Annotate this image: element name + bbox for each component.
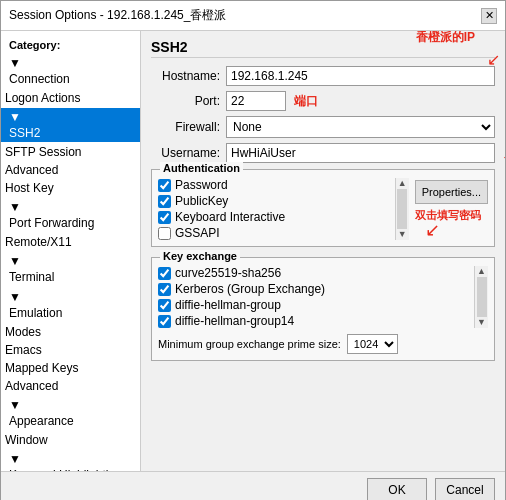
firewall-row: Firewall: None [151, 116, 495, 138]
kex-checkbox-diffie-group[interactable] [158, 299, 171, 312]
auth-group-title: Authentication [160, 162, 243, 174]
auth-scrollbar: ▲ ▼ [395, 178, 409, 240]
hostname-label: Hostname: [151, 69, 226, 83]
auth-list: Password PublicKey Keyboard Interactive [158, 178, 395, 240]
kex-label-curve25519: curve25519-sha256 [175, 266, 281, 280]
kex-label-kerberos: Kerberos (Group Exchange) [175, 282, 325, 296]
key-exchange-inner: curve25519-sha256 Kerberos (Group Exchan… [158, 266, 488, 328]
sidebar-item-host-key[interactable]: Host Key [1, 179, 140, 197]
auth-checkbox-keyboard[interactable] [158, 211, 171, 224]
port-label: Port: [151, 94, 226, 108]
annotation-username: 用户名 [504, 145, 505, 162]
auth-checkbox-gssapi[interactable] [158, 227, 171, 240]
right-panel: 香橙派的IP SSH2 Hostname: ↙ Port: 端口 [141, 31, 505, 471]
sidebar-item-terminal[interactable]: ▼Terminal [1, 251, 140, 287]
sidebar-item-appearance[interactable]: ▼Appearance [1, 395, 140, 431]
kex-item-curve25519[interactable]: curve25519-sha256 [158, 266, 474, 280]
sidebar-item-logon-actions[interactable]: Logon Actions [1, 89, 140, 107]
key-exchange-title: Key exchange [160, 250, 240, 262]
kex-checkbox-curve25519[interactable] [158, 267, 171, 280]
firewall-label: Firewall: [151, 120, 226, 134]
sidebar-item-mapped-keys[interactable]: Mapped Keys [1, 359, 140, 377]
auth-label-publickey: PublicKey [175, 194, 228, 208]
auth-item-password[interactable]: Password [158, 178, 395, 192]
kex-label-diffie-group14: diffie-hellman-group14 [175, 314, 294, 328]
session-options-dialog: Session Options - 192.168.1.245_香橙派 ✕ Ca… [0, 0, 506, 500]
annotation-port: 端口 [294, 93, 318, 110]
auth-group-inner: Password PublicKey Keyboard Interactive [158, 178, 488, 240]
kex-item-kerberos[interactable]: Kerberos (Group Exchange) [158, 282, 474, 296]
close-button[interactable]: ✕ [481, 8, 497, 24]
auth-label-gssapi: GSSAPI [175, 226, 220, 240]
dialog-body: Category: ▼Connection Logon Actions ▼SSH… [1, 31, 505, 471]
sidebar-item-port-forwarding[interactable]: ▼Port Forwarding [1, 197, 140, 233]
key-exchange-list: curve25519-sha256 Kerberos (Group Exchan… [158, 266, 474, 328]
sidebar-item-modes[interactable]: Modes [1, 323, 140, 341]
kex-item-diffie-group14[interactable]: diffie-hellman-group14 [158, 314, 474, 328]
sidebar-item-ssh2[interactable]: ▼SSH2 [1, 107, 140, 143]
title-bar-text: Session Options - 192.168.1.245_香橙派 [9, 7, 226, 24]
sidebar-item-emulation[interactable]: ▼Emulation [1, 287, 140, 323]
auth-right: Properties... 双击填写密码 ↙ [409, 178, 488, 240]
auth-checkbox-password[interactable] [158, 179, 171, 192]
username-row: Username: 用户名 [151, 143, 495, 163]
auth-label-keyboard: Keyboard Interactive [175, 210, 285, 224]
cancel-button[interactable]: Cancel [435, 478, 495, 500]
sidebar-item-remote-x11[interactable]: Remote/X11 [1, 233, 140, 251]
title-bar: Session Options - 192.168.1.245_香橙派 ✕ [1, 1, 505, 31]
kex-scroll-down[interactable]: ▼ [477, 318, 486, 327]
auth-checkbox-publickey[interactable] [158, 195, 171, 208]
key-exchange-group-box: Key exchange curve25519-sha256 Kerberos … [151, 257, 495, 361]
auth-item-keyboard[interactable]: Keyboard Interactive [158, 210, 395, 224]
hostname-row: Hostname: ↙ [151, 66, 495, 86]
sidebar-item-connection[interactable]: ▼Connection [1, 53, 140, 89]
sidebar-item-window[interactable]: Window [1, 431, 140, 449]
kex-scroll-track [477, 277, 487, 317]
kex-item-diffie-group[interactable]: diffie-hellman-group [158, 298, 474, 312]
kex-label-diffie-group: diffie-hellman-group [175, 298, 281, 312]
prime-size-label: Minimum group exchange prime size: [158, 338, 341, 350]
sidebar-item-ssh2-advanced[interactable]: Advanced [1, 161, 140, 179]
sidebar-item-keyword-highlighting[interactable]: ▼Keyword Highlighting [1, 449, 140, 471]
kex-scrollbar: ▲ ▼ [474, 266, 488, 328]
auth-group-box: Authentication Password PublicKey [151, 169, 495, 247]
dialog-footer: OK Cancel [1, 471, 505, 500]
auth-label-password: Password [175, 178, 228, 192]
username-label: Username: [151, 146, 226, 160]
port-row: Port: 端口 [151, 91, 495, 111]
auth-item-publickey[interactable]: PublicKey [158, 194, 395, 208]
kex-checkbox-diffie-group14[interactable] [158, 315, 171, 328]
firewall-select[interactable]: None [226, 116, 495, 138]
prime-size-row: Minimum group exchange prime size: 1024 [158, 334, 488, 354]
scroll-track [397, 189, 407, 229]
scroll-up-arrow[interactable]: ▲ [398, 179, 407, 188]
kex-scroll-up[interactable]: ▲ [477, 267, 486, 276]
prime-size-select[interactable]: 1024 [347, 334, 398, 354]
port-input[interactable] [226, 91, 286, 111]
right-panel-wrapper: 香橙派的IP SSH2 Hostname: ↙ Port: 端口 [141, 31, 505, 471]
ok-button[interactable]: OK [367, 478, 427, 500]
sidebar-item-emacs[interactable]: Emacs [1, 341, 140, 359]
sidebar-item-emulation-advanced[interactable]: Advanced [1, 377, 140, 395]
properties-button[interactable]: Properties... [415, 180, 488, 204]
hostname-input[interactable] [226, 66, 495, 86]
auth-item-gssapi[interactable]: GSSAPI [158, 226, 395, 240]
sidebar-item-sftp-session[interactable]: SFTP Session [1, 143, 140, 161]
scroll-down-arrow[interactable]: ▼ [398, 230, 407, 239]
kex-checkbox-kerberos[interactable] [158, 283, 171, 296]
section-title: SSH2 [151, 39, 495, 58]
category-label: Category: [1, 35, 140, 53]
username-input[interactable] [226, 143, 495, 163]
left-panel: Category: ▼Connection Logon Actions ▼SSH… [1, 31, 141, 471]
